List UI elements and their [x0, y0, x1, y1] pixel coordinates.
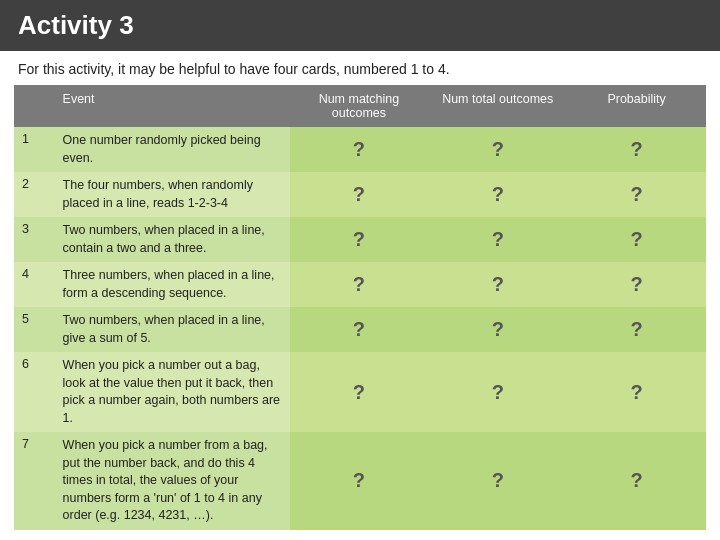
page-title: Activity 3: [18, 10, 134, 40]
row-probability: ?: [567, 172, 706, 217]
table-row: 3Two numbers, when placed in a line, con…: [14, 217, 706, 262]
row-matching: ?: [290, 432, 429, 530]
row-total: ?: [428, 307, 567, 352]
row-total: ?: [428, 217, 567, 262]
header: Activity 3: [0, 0, 720, 51]
row-probability: ?: [567, 217, 706, 262]
table-wrap: Event Num matching outcomes Num total ou…: [0, 85, 720, 540]
col-header-matching: Num matching outcomes: [290, 85, 429, 127]
row-matching: ?: [290, 172, 429, 217]
row-probability: ?: [567, 307, 706, 352]
row-number: 4: [14, 262, 55, 307]
table-header-row: Event Num matching outcomes Num total ou…: [14, 85, 706, 127]
col-header-event: Event: [55, 85, 290, 127]
row-event: Three numbers, when placed in a line, fo…: [55, 262, 290, 307]
row-event: When you pick a number out a bag, look a…: [55, 352, 290, 432]
row-probability: ?: [567, 432, 706, 530]
row-event: Two numbers, when placed in a line, give…: [55, 307, 290, 352]
row-number: 7: [14, 432, 55, 530]
row-number: 3: [14, 217, 55, 262]
activity-table: Event Num matching outcomes Num total ou…: [14, 85, 706, 530]
row-probability: ?: [567, 352, 706, 432]
row-probability: ?: [567, 127, 706, 172]
row-matching: ?: [290, 127, 429, 172]
row-event: One number randomly picked being even.: [55, 127, 290, 172]
table-row: 4Three numbers, when placed in a line, f…: [14, 262, 706, 307]
col-header-total: Num total outcomes: [428, 85, 567, 127]
table-row: 6When you pick a number out a bag, look …: [14, 352, 706, 432]
table-row: 7When you pick a number from a bag, put …: [14, 432, 706, 530]
row-total: ?: [428, 432, 567, 530]
row-number: 5: [14, 307, 55, 352]
col-header-probability: Probability: [567, 85, 706, 127]
row-number: 6: [14, 352, 55, 432]
row-event: Two numbers, when placed in a line, cont…: [55, 217, 290, 262]
row-total: ?: [428, 172, 567, 217]
row-matching: ?: [290, 262, 429, 307]
row-number: 1: [14, 127, 55, 172]
table-row: 1One number randomly picked being even.?…: [14, 127, 706, 172]
row-total: ?: [428, 127, 567, 172]
row-matching: ?: [290, 217, 429, 262]
table-row: 2The four numbers, when randomly placed …: [14, 172, 706, 217]
row-total: ?: [428, 352, 567, 432]
row-matching: ?: [290, 352, 429, 432]
table-row: 5Two numbers, when placed in a line, giv…: [14, 307, 706, 352]
row-event: When you pick a number from a bag, put t…: [55, 432, 290, 530]
row-number: 2: [14, 172, 55, 217]
row-probability: ?: [567, 262, 706, 307]
row-matching: ?: [290, 307, 429, 352]
col-header-num: [14, 85, 55, 127]
row-event: The four numbers, when randomly placed i…: [55, 172, 290, 217]
subtitle-text: For this activity, it may be helpful to …: [0, 51, 720, 85]
row-total: ?: [428, 262, 567, 307]
